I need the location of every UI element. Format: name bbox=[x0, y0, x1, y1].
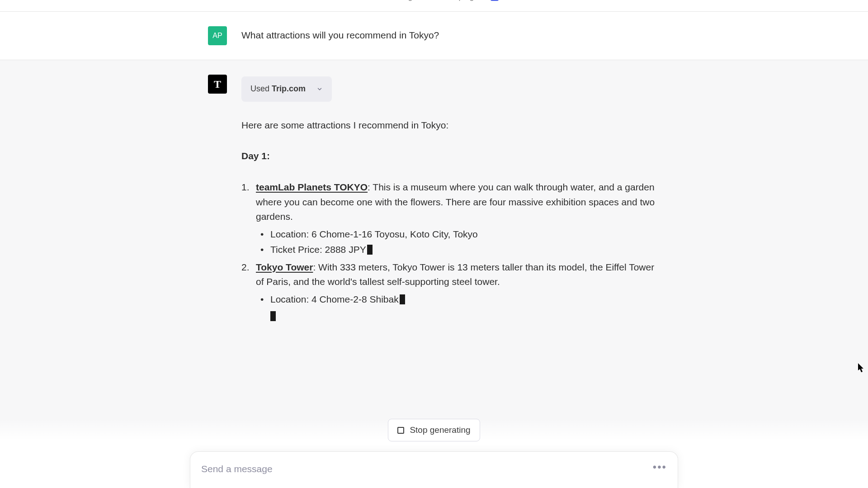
attraction-link[interactable]: Tokyo Tower bbox=[256, 262, 313, 272]
user-message-row: AP What attractions will you recommend i… bbox=[0, 12, 868, 60]
message-input-container: ••• bbox=[190, 451, 678, 488]
plugin-used-pill[interactable]: Used Trip.com bbox=[241, 76, 332, 102]
user-message-text: What attractions will you recommend in T… bbox=[241, 26, 660, 45]
price-line: Ticket Price: 2888 JPY bbox=[256, 242, 660, 257]
assistant-message-content: Used Trip.com Here are some attractions … bbox=[241, 75, 660, 328]
more-icon[interactable]: ••• bbox=[653, 461, 667, 474]
footer-area: Stop generating ••• bbox=[0, 419, 868, 488]
location-line: Location: 6 Chome-1-16 Toyosu, Koto City… bbox=[256, 227, 660, 242]
cursor-icon bbox=[367, 245, 373, 255]
stop-button-label: Stop generating bbox=[410, 425, 470, 435]
cursor-icon bbox=[400, 294, 405, 304]
mouse-cursor-icon bbox=[858, 363, 865, 373]
stop-icon bbox=[397, 427, 404, 434]
message-input[interactable] bbox=[201, 464, 653, 474]
top-header: Model: Plugins Enabled plugins: bbox=[0, 0, 868, 12]
stop-generating-button[interactable]: Stop generating bbox=[388, 419, 480, 441]
attraction-details: Location: 4 Chome-2-8 Shibak bbox=[256, 292, 660, 307]
list-item: Tokyo Tower: With 333 meters, Tokyo Towe… bbox=[241, 260, 660, 326]
plugin-used-prefix: Used bbox=[250, 84, 272, 93]
enabled-plugins-label: Enabled plugins: bbox=[426, 0, 486, 1]
plugin-badge-icon bbox=[491, 0, 499, 1]
assistant-intro-text: Here are some attractions I recommend in… bbox=[241, 118, 660, 133]
cursor-icon bbox=[270, 311, 276, 321]
location-line: Location: 4 Chome-2-8 Shibak bbox=[256, 292, 660, 307]
attraction-details: Location: 6 Chome-1-16 Toyosu, Koto City… bbox=[256, 227, 660, 257]
assistant-avatar-letter: T bbox=[214, 78, 221, 90]
user-avatar: AP bbox=[208, 26, 227, 45]
model-label: Model: Plugins bbox=[369, 0, 423, 1]
user-avatar-initials: AP bbox=[212, 32, 222, 40]
assistant-avatar: T bbox=[208, 75, 227, 94]
attraction-description: : With 333 meters, Tokyo Tower is 13 met… bbox=[256, 262, 654, 287]
attractions-list: teamLab Planets TOKYO: This is a museum … bbox=[241, 180, 660, 326]
plugin-used-name: Trip.com bbox=[272, 84, 306, 93]
assistant-message-row: T Used Trip.com Here are some attraction… bbox=[0, 60, 868, 343]
attraction-link[interactable]: teamLab Planets TOKYO bbox=[256, 182, 368, 192]
day-heading: Day 1: bbox=[241, 149, 660, 164]
list-item: teamLab Planets TOKYO: This is a museum … bbox=[241, 180, 660, 257]
chevron-down-icon bbox=[316, 86, 323, 92]
conversation: AP What attractions will you recommend i… bbox=[0, 12, 868, 343]
